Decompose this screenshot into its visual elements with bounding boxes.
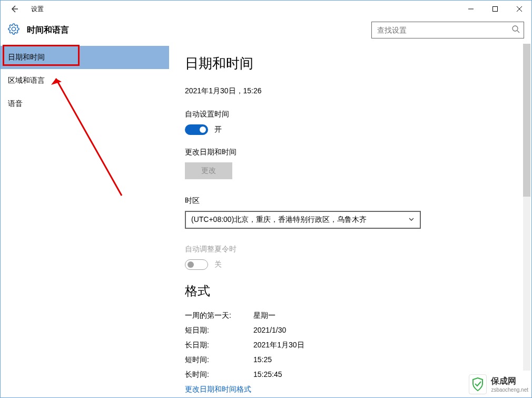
back-button[interactable] — [7, 2, 22, 16]
svg-rect-1 — [493, 7, 498, 12]
back-arrow-icon — [10, 5, 18, 13]
timezone-label: 时区 — [185, 196, 516, 206]
minimize-button[interactable] — [459, 1, 483, 17]
section-heading-format: 格式 — [185, 283, 516, 299]
search-input[interactable] — [371, 22, 524, 38]
vertical-scrollbar[interactable] — [523, 44, 530, 371]
change-datetime-button: 更改 — [185, 162, 232, 179]
title-bar: 设置 — [1, 1, 531, 17]
watermark: 保成网 zsbaocheng.net — [469, 374, 528, 394]
format-label: 长时间: — [185, 370, 253, 380]
close-icon — [516, 6, 523, 12]
maximize-icon — [492, 6, 498, 12]
dst-state: 关 — [214, 260, 222, 269]
content-area: 日期和时间 2021年1月30日，15:26 自动设置时间 开 更改日期和时间 … — [169, 43, 531, 397]
format-row-long-time: 长时间:15:25:45 — [185, 370, 516, 380]
section-heading-datetime: 日期和时间 — [185, 54, 516, 73]
dst-toggle — [185, 259, 208, 270]
header-row: 时间和语言 — [1, 17, 531, 43]
watermark-shield-icon — [469, 374, 487, 394]
gear-icon — [8, 23, 19, 37]
sidebar-item-label: 区域和语言 — [8, 76, 45, 85]
search-icon — [511, 25, 520, 35]
svg-point-4 — [513, 26, 518, 31]
sidebar-item-speech[interactable]: 语音 — [1, 92, 169, 115]
format-row-long-date: 长日期:2021年1月30日 — [185, 341, 516, 350]
format-value: 2021年1月30日 — [253, 341, 304, 350]
current-datetime: 2021年1月30日，15:26 — [185, 86, 516, 96]
timezone-select[interactable]: (UTC+08:00)北京，重庆，香港特别行政区，乌鲁木齐 — [185, 211, 421, 229]
timezone-value: (UTC+08:00)北京，重庆，香港特别行政区，乌鲁木齐 — [191, 215, 367, 225]
change-datetime-label: 更改日期和时间 — [185, 148, 516, 157]
format-label: 一周的第一天: — [185, 311, 253, 321]
format-row-first-day: 一周的第一天:星期一 — [185, 311, 516, 321]
format-value: 2021/1/30 — [253, 326, 286, 335]
format-label: 短时间: — [185, 355, 253, 365]
sidebar-item-date-time[interactable]: 日期和时间 — [1, 46, 169, 69]
format-row-short-time: 短时间:15:25 — [185, 355, 516, 365]
app-title: 设置 — [31, 5, 44, 14]
sidebar-item-region-language[interactable]: 区域和语言 — [1, 69, 169, 92]
format-label: 短日期: — [185, 326, 253, 335]
search-wrap — [371, 22, 524, 38]
page-title: 时间和语言 — [27, 25, 69, 36]
format-row-short-date: 短日期:2021/1/30 — [185, 326, 516, 335]
sidebar: 日期和时间 区域和语言 语音 — [1, 43, 169, 397]
window-controls — [459, 1, 531, 17]
chevron-down-icon — [408, 216, 415, 224]
format-value: 15:25 — [253, 355, 272, 365]
dst-label: 自动调整夏令时 — [185, 245, 516, 254]
format-value: 星期一 — [253, 311, 275, 321]
auto-time-label: 自动设置时间 — [185, 110, 516, 119]
sidebar-item-label: 日期和时间 — [8, 53, 45, 62]
close-button[interactable] — [507, 1, 531, 17]
minimize-icon — [468, 6, 474, 12]
change-format-link[interactable]: 更改日期和时间格式 — [185, 385, 516, 394]
watermark-title: 保成网 — [491, 376, 528, 387]
auto-time-toggle[interactable] — [185, 124, 208, 135]
format-label: 长日期: — [185, 341, 253, 350]
watermark-url: zsbaocheng.net — [491, 387, 528, 393]
sidebar-item-label: 语音 — [8, 99, 23, 109]
auto-time-state: 开 — [214, 125, 222, 134]
svg-line-5 — [517, 31, 519, 33]
format-value: 15:25:45 — [253, 370, 282, 380]
scroll-thumb[interactable] — [523, 44, 530, 197]
maximize-button[interactable] — [483, 1, 507, 17]
